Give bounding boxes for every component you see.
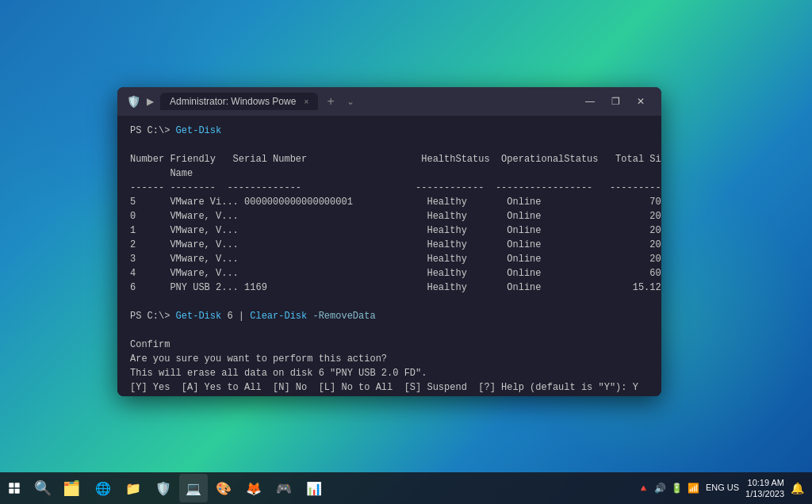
clock[interactable]: 10:19 AM 1/13/2023 <box>745 477 784 500</box>
ps-icon2: ▶ <box>147 96 154 107</box>
ps-icon: 🛡️ <box>127 95 140 108</box>
wifi-icon[interactable]: 📶 <box>688 483 699 494</box>
firefox-icon[interactable]: 🦊 <box>239 474 268 502</box>
powershell-window: 🛡️ ▶ Administrator: Windows Powe × + ⌄ —… <box>117 87 661 396</box>
terminal-content[interactable]: PS C:\> Get-Disk Number Friendly Serial … <box>117 116 661 396</box>
explorer-icon[interactable]: 📁 <box>119 474 147 502</box>
tab-area: Administrator: Windows Powe × + ⌄ <box>160 92 573 111</box>
svg-rect-2 <box>9 489 13 494</box>
time-display: 10:19 AM <box>745 477 784 488</box>
vscode-icon[interactable]: 💻 <box>179 474 208 502</box>
minimize-button[interactable]: — <box>579 94 601 109</box>
dropdown-icon[interactable]: ⌄ <box>347 96 354 107</box>
close-button[interactable]: ✕ <box>630 94 652 109</box>
window-controls: — ❐ ✕ <box>579 94 652 109</box>
svg-rect-3 <box>15 489 20 494</box>
restore-button[interactable]: ❐ <box>604 94 626 109</box>
paint-icon[interactable]: 🎨 <box>209 474 238 502</box>
start-button[interactable] <box>0 474 29 502</box>
battery-icon[interactable]: 🔋 <box>671 483 683 494</box>
security-icon[interactable]: 🛡️ <box>149 474 178 502</box>
task-view-button[interactable]: 🗂️ <box>57 474 86 502</box>
edge-icon[interactable]: 🌐 <box>89 474 117 502</box>
spreadsheet-icon[interactable]: 📊 <box>300 474 328 502</box>
new-tab-button[interactable]: + <box>321 92 340 111</box>
taskbar-pinned-apps: 🌐 📁 🛡️ 💻 🎨 🦊 🎮 📊 <box>89 474 328 502</box>
system-tray-icons: 🔺 🔊 🔋 📶 <box>638 483 699 494</box>
locale-indicator[interactable]: ENG US <box>706 483 739 493</box>
tab-close-button[interactable]: × <box>304 97 308 106</box>
terminal-text: PS C:\> Get-Disk Number Friendly Serial … <box>130 124 649 396</box>
notification-icon[interactable]: 🔔 <box>791 482 804 494</box>
active-tab[interactable]: Administrator: Windows Powe × <box>160 93 318 110</box>
svg-rect-0 <box>9 483 13 487</box>
network-icon[interactable]: 🔺 <box>638 483 649 494</box>
svg-rect-1 <box>15 483 20 487</box>
volume-icon[interactable]: 🔊 <box>654 483 666 494</box>
game-icon[interactable]: 🎮 <box>270 474 298 502</box>
taskbar-right-area: 🔺 🔊 🔋 📶 ENG US 10:19 AM 1/13/2023 🔔 <box>638 477 812 500</box>
taskbar: 🔍 🗂️ 🌐 📁 🛡️ 💻 🎨 🦊 🎮 📊 🔺 🔊 🔋 📶 ENG US 10:… <box>0 472 812 504</box>
tab-label: Administrator: Windows Powe <box>170 96 296 107</box>
search-button[interactable]: 🔍 <box>29 474 57 502</box>
title-bar: 🛡️ ▶ Administrator: Windows Powe × + ⌄ —… <box>117 87 661 116</box>
date-display: 1/13/2023 <box>745 488 784 499</box>
